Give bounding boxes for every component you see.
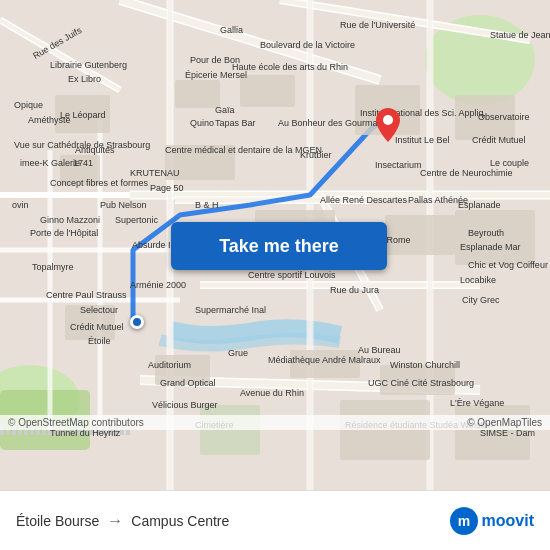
svg-rect-19 [340, 400, 430, 460]
destination-pin [376, 108, 400, 138]
route-from: Étoile Bourse [16, 513, 99, 529]
copyright-right: © OpenMapTiles [467, 417, 542, 428]
route-arrow: → [107, 512, 123, 530]
route-to: Campus Centre [131, 513, 229, 529]
svg-rect-6 [240, 75, 295, 107]
svg-text:m: m [457, 513, 469, 529]
copyright-bar: © OpenStreetMap contributors © OpenMapTi… [0, 415, 550, 430]
origin-pin [130, 315, 144, 329]
svg-rect-9 [60, 155, 100, 185]
svg-rect-16 [290, 350, 360, 378]
svg-rect-20 [455, 405, 530, 460]
svg-rect-5 [175, 80, 220, 108]
svg-point-21 [383, 115, 393, 125]
moovit-text: moovit [482, 512, 534, 530]
take-me-there-button[interactable]: Take me there [171, 222, 387, 270]
svg-rect-14 [65, 305, 115, 340]
svg-rect-12 [385, 215, 455, 255]
svg-rect-15 [155, 355, 210, 385]
bottom-bar: Étoile Bourse → Campus Centre m moovit [0, 490, 550, 550]
route-info: Étoile Bourse → Campus Centre [16, 512, 450, 530]
svg-rect-8 [455, 95, 515, 140]
svg-rect-4 [55, 95, 110, 133]
map-container: Rue des JuifsLibrairie GutenbergEx Libro… [0, 0, 550, 490]
moovit-logo: m moovit [450, 507, 534, 535]
svg-rect-10 [165, 145, 235, 180]
copyright-left: © OpenStreetMap contributors [8, 417, 144, 428]
svg-rect-18 [200, 405, 260, 455]
svg-rect-17 [380, 365, 455, 395]
svg-rect-13 [455, 210, 535, 265]
